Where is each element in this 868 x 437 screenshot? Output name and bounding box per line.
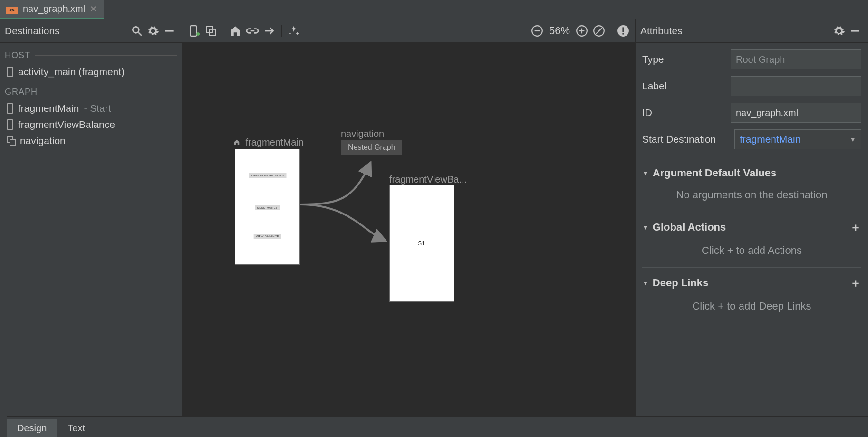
global-actions-hint: Click + to add Actions xyxy=(642,242,861,258)
section-argument-default-values[interactable]: ▼ Argument Default Values xyxy=(642,167,861,179)
add-global-action-button[interactable]: ＋ xyxy=(850,220,861,235)
warnings-icon[interactable] xyxy=(615,23,631,39)
chevron-down-icon: ▼ xyxy=(849,136,856,143)
sparkle-icon[interactable] xyxy=(286,23,302,39)
destinations-header: Destinations xyxy=(0,19,182,43)
close-icon[interactable]: ✕ xyxy=(90,4,97,14)
attr-row-start-destination: Start Destination fragmentMain ▼ xyxy=(642,129,861,149)
tab-text[interactable]: Text xyxy=(57,419,96,437)
bottom-tabbar: Design Text xyxy=(0,416,868,437)
fragment-icon xyxy=(7,67,13,77)
svg-point-0 xyxy=(133,27,139,33)
fragment-icon xyxy=(7,119,13,130)
fragmentviewbalance-preview[interactable]: $1 xyxy=(390,185,454,301)
canvas-toolbar: 56% xyxy=(182,19,635,43)
svg-line-15 xyxy=(596,28,602,34)
start-destination-label: Start Destination xyxy=(642,134,728,145)
svg-line-1 xyxy=(138,32,142,36)
collapse-icon: ▼ xyxy=(642,223,649,231)
host-section-label: HOST xyxy=(2,49,180,64)
minimize-icon[interactable] xyxy=(847,23,863,39)
connection-arrows xyxy=(182,43,510,376)
gear-icon[interactable] xyxy=(831,23,847,39)
attributes-panel: Attributes Type Label ID xyxy=(635,19,868,416)
fragmentmain-title: fragmentMain xyxy=(233,137,304,148)
svg-rect-3 xyxy=(190,26,196,36)
fragment-icon xyxy=(7,103,13,114)
label-label: Label xyxy=(642,80,724,92)
collapse-icon: ▼ xyxy=(642,169,649,177)
add-deeplink-button[interactable]: ＋ xyxy=(850,275,861,291)
design-canvas-wrap: 56% xyxy=(182,19,635,416)
search-icon[interactable] xyxy=(129,23,145,39)
nested-graph-icon[interactable] xyxy=(203,23,219,39)
section-global-actions[interactable]: ▼ Global Actions ＋ xyxy=(642,220,861,235)
attributes-title: Attributes xyxy=(640,25,831,37)
collapse-icon: ▼ xyxy=(642,279,649,287)
fragmentviewbalance-title: fragmentViewBa... xyxy=(389,174,467,185)
type-field[interactable] xyxy=(731,49,861,69)
home-icon xyxy=(233,139,240,146)
id-field[interactable] xyxy=(731,103,861,123)
fragmentmain-preview[interactable]: VIEW TRANSACTIONS SEND MONEY VIEW BALANC… xyxy=(235,149,299,264)
zoom-in-icon[interactable] xyxy=(574,23,590,39)
zoom-level: 56% xyxy=(546,25,573,37)
view-transactions-button: VIEW TRANSACTIONS xyxy=(249,173,286,178)
graph-item-fragmentviewbalance[interactable]: fragmentViewBalance xyxy=(2,117,180,133)
minimize-icon[interactable] xyxy=(161,23,177,39)
attr-row-id: ID xyxy=(642,103,861,123)
destinations-panel: Destinations HOST activity_main (fragmen… xyxy=(0,19,182,416)
send-money-button: SEND MONEY xyxy=(255,205,280,210)
label-field[interactable] xyxy=(731,76,861,96)
args-hint: No arguments on the destination xyxy=(642,186,861,202)
svg-rect-18 xyxy=(622,33,624,34)
nested-graph-icon xyxy=(7,136,15,145)
file-tab-label: nav_graph.xml xyxy=(23,3,85,14)
id-label: ID xyxy=(642,107,724,118)
graph-item-navigation[interactable]: navigation xyxy=(2,133,180,149)
view-balance-button: VIEW BALANCE xyxy=(253,234,281,239)
balance-amount: $1 xyxy=(418,240,424,247)
section-deep-links[interactable]: ▼ Deep Links ＋ xyxy=(642,275,861,291)
zoom-out-icon[interactable] xyxy=(529,23,545,39)
new-destination-icon[interactable] xyxy=(186,23,202,39)
file-tab-navgraph[interactable]: <> nav_graph.xml ✕ xyxy=(0,0,104,19)
gear-icon[interactable] xyxy=(145,23,161,39)
home-icon[interactable] xyxy=(227,23,243,39)
start-destination-select[interactable]: fragmentMain ▼ xyxy=(734,129,861,149)
design-canvas[interactable]: fragmentMain VIEW TRANSACTIONS SEND MONE… xyxy=(182,43,635,416)
graph-item-fragmentmain[interactable]: fragmentMain - Start xyxy=(2,101,180,117)
attributes-header: Attributes xyxy=(636,19,868,43)
link-icon[interactable] xyxy=(244,23,260,39)
editor-tabbar: <> nav_graph.xml ✕ xyxy=(0,0,868,19)
attr-row-label: Label xyxy=(642,76,861,96)
type-label: Type xyxy=(642,54,724,65)
nested-graph-badge[interactable]: Nested Graph xyxy=(341,140,402,155)
graph-section-label: GRAPH xyxy=(2,85,180,101)
navigation-title: navigation xyxy=(341,128,384,139)
svg-rect-17 xyxy=(622,27,624,32)
xml-file-icon: <> xyxy=(6,3,18,14)
zoom-reset-icon[interactable] xyxy=(591,23,607,39)
tab-design[interactable]: Design xyxy=(7,419,57,437)
attr-row-type: Type xyxy=(642,49,861,69)
host-item-activity-main[interactable]: activity_main (fragment) xyxy=(2,64,180,80)
destinations-title: Destinations xyxy=(5,25,129,37)
deeplinks-hint: Click + to add Deep Links xyxy=(642,297,861,313)
arrow-right-icon[interactable] xyxy=(261,23,278,39)
